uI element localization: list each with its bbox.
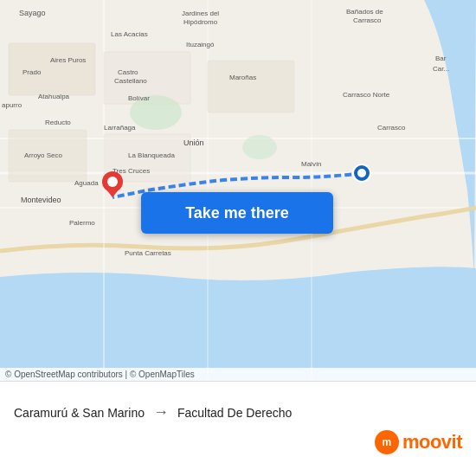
svg-text:Carrasco Norte: Carrasco Norte [343,91,390,99]
svg-rect-7 [9,43,95,95]
svg-text:Castellano: Castellano [114,77,147,85]
moovit-text: moovit [402,431,462,453]
svg-text:Bolívar: Bolívar [128,94,150,102]
svg-text:Palermo: Palermo [69,219,95,227]
map-container: Sayago Jardines del Hipódromo Bañados de… [0,0,476,381]
svg-text:Las Acacias: Las Acacias [111,30,148,38]
svg-text:Ituzaingó: Ituzaingó [186,41,215,48]
svg-text:Castro: Castro [118,68,138,76]
svg-text:La Blanqueada: La Blanqueada [128,151,175,159]
moovit-logo-row: m moovit [14,430,462,454]
svg-point-13 [242,135,277,159]
svg-text:apurro: apurro [2,101,23,109]
svg-text:Carrasco: Carrasco [353,16,382,24]
svg-text:Jardines del: Jardines del [182,10,219,17]
svg-text:Montevideo: Montevideo [21,196,61,204]
svg-point-49 [357,169,366,177]
to-label: Facultad De Derecho [177,406,292,420]
svg-text:Aires Puros: Aires Puros [50,56,86,64]
from-label: Caramurú & San Marino [14,406,145,420]
arrow-icon: → [153,403,169,421]
map-svg: Sayago Jardines del Hipódromo Bañados de… [0,0,476,381]
svg-text:Carrasco: Carrasco [377,124,406,132]
take-me-there-button[interactable]: Take me there [141,192,333,234]
bottom-bar: Caramurú & San Marino → Facultad De Dere… [0,381,476,476]
svg-text:Unión: Unión [183,138,204,147]
svg-text:Sayago: Sayago [19,9,46,17]
svg-text:Bañados de: Bañados de [346,8,383,16]
svg-text:Malvín: Malvín [301,160,322,168]
svg-text:Larrañaga: Larrañaga [104,124,136,132]
svg-point-46 [107,177,118,187]
app: Sayago Jardines del Hipódromo Bañados de… [0,0,476,476]
svg-text:Reducto: Reducto [45,119,71,126]
svg-text:Maroñas: Maroñas [229,74,256,81]
svg-text:Aguada: Aguada [74,179,99,187]
svg-text:Hipódromo: Hipódromo [183,18,218,26]
svg-text:Atahualpa: Atahualpa [38,93,70,100]
attribution-bar: © OpenStreetMap contributors | © OpenMap… [0,368,476,381]
svg-text:Punta Carretas: Punta Carretas [125,249,171,257]
route-row: Caramurú & San Marino → Facultad De Dere… [14,403,462,421]
attribution-text: © OpenStreetMap contributors | © OpenMap… [5,370,195,379]
svg-text:Arroyo Seco: Arroyo Seco [24,151,63,159]
moovit-logo: m moovit [375,430,462,454]
svg-rect-9 [208,61,294,113]
svg-text:Bar: Bar [435,55,447,62]
svg-text:Prado: Prado [23,68,42,76]
svg-text:Car...: Car... [433,65,449,73]
moovit-icon: m [375,430,399,454]
